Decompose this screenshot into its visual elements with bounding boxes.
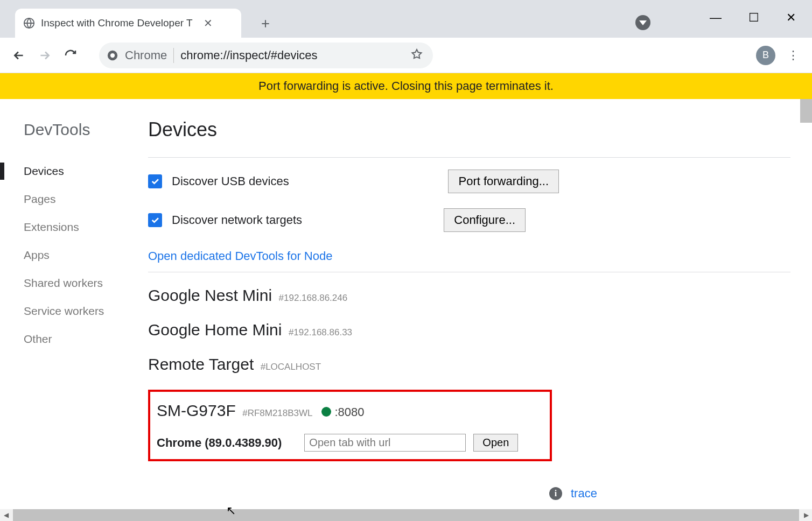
- page-content: DevTools Devices Pages Extensions Apps S…: [0, 99, 812, 509]
- device-name: Google Home Mini: [148, 321, 282, 339]
- tab-close-icon[interactable]: ✕: [204, 17, 213, 30]
- globe-icon: [23, 17, 36, 30]
- chrome-menu-icon[interactable]: ⋮: [785, 48, 801, 62]
- profile-avatar[interactable]: B: [756, 46, 775, 65]
- forward-button[interactable]: [37, 47, 53, 64]
- info-icon[interactable]: i: [549, 487, 562, 500]
- device-tag: #192.168.86.33: [289, 327, 352, 337]
- sidebar-item-other[interactable]: Other: [24, 325, 148, 353]
- vertical-scrollbar-thumb[interactable]: [800, 99, 812, 123]
- open-tab-url-input[interactable]: [304, 434, 466, 452]
- minimize-icon[interactable]: —: [710, 11, 722, 25]
- sidebar-item-apps[interactable]: Apps: [24, 241, 148, 269]
- target-port: :8080: [334, 405, 364, 419]
- browser-tab[interactable]: Inspect with Chrome Developer T ✕: [15, 9, 241, 38]
- sidebar: DevTools Devices Pages Extensions Apps S…: [0, 99, 148, 509]
- device-name: Remote Target: [148, 355, 254, 373]
- chrome-icon: [107, 50, 118, 61]
- reload-button[interactable]: [62, 47, 79, 64]
- banner-text: Port forwarding is active. Closing this …: [258, 79, 554, 93]
- omnibox-separator: [173, 48, 174, 63]
- address-bar[interactable]: Chrome chrome://inspect/#devices: [99, 43, 433, 68]
- sidebar-item-shared-workers[interactable]: Shared workers: [24, 269, 148, 297]
- scroll-left-icon[interactable]: ◀: [0, 511, 12, 519]
- back-button[interactable]: [11, 47, 27, 64]
- target-device-row: SM-G973F #RF8M218B3WL :8080: [157, 402, 543, 420]
- device-row: Remote Target #LOCALHOST: [148, 355, 790, 374]
- sidebar-title: DevTools: [24, 121, 148, 139]
- discover-network-label: Discover network targets: [172, 213, 302, 227]
- discover-network-row: Discover network targets Configure...: [148, 208, 790, 232]
- browser-toolbar: Chrome chrome://inspect/#devices B ⋮: [0, 38, 812, 73]
- target-browser-label: Chrome (89.0.4389.90): [157, 436, 282, 450]
- target-device-tag: #RF8M218B3WL: [242, 408, 312, 418]
- search-tabs-button[interactable]: [635, 15, 650, 30]
- device-name: Google Nest Mini: [148, 286, 272, 304]
- browser-titlebar: Inspect with Chrome Developer T ✕ — ☐ ✕: [0, 0, 812, 38]
- tab-title: Inspect with Chrome Developer T: [41, 17, 193, 29]
- sidebar-item-pages[interactable]: Pages: [24, 185, 148, 213]
- discover-usb-checkbox[interactable]: [148, 174, 162, 188]
- configure-button[interactable]: Configure...: [444, 208, 526, 232]
- window-controls: — ☐ ✕: [710, 0, 812, 25]
- trace-link[interactable]: trace: [571, 487, 597, 501]
- sidebar-item-devices[interactable]: Devices: [24, 157, 148, 185]
- port-forwarding-button[interactable]: Port forwarding...: [448, 170, 559, 193]
- omnibox-url: chrome://inspect/#devices: [180, 48, 317, 62]
- bookmark-star-icon[interactable]: [410, 48, 423, 63]
- discover-usb-row: Discover USB devices Port forwarding...: [148, 170, 790, 193]
- scroll-right-icon[interactable]: ▶: [800, 511, 812, 519]
- port-status-dot-icon: [321, 407, 331, 417]
- target-device-name: SM-G973F: [157, 402, 236, 419]
- new-tab-button[interactable]: [255, 13, 276, 34]
- device-tag: #LOCALHOST: [261, 362, 321, 372]
- omnibox-scheme: Chrome: [125, 48, 167, 62]
- discover-network-checkbox[interactable]: [148, 213, 162, 227]
- open-tab-button[interactable]: Open: [473, 434, 518, 452]
- page-title: Devices: [148, 118, 790, 141]
- sidebar-item-extensions[interactable]: Extensions: [24, 213, 148, 241]
- settings-section: Discover USB devices Port forwarding... …: [148, 157, 790, 272]
- device-row: Google Nest Mini #192.168.86.246: [148, 286, 790, 305]
- profile-initial: B: [762, 50, 769, 61]
- remote-target-highlight: SM-G973F #RF8M218B3WL :8080 Chrome (89.0…: [148, 390, 552, 461]
- target-browser-row: Chrome (89.0.4389.90) Open: [157, 434, 543, 452]
- devices-list: Google Nest Mini #192.168.86.246 Google …: [148, 272, 790, 461]
- svg-point-2: [110, 53, 115, 57]
- sidebar-item-service-workers[interactable]: Service workers: [24, 297, 148, 325]
- device-row: Google Home Mini #192.168.86.33: [148, 321, 790, 339]
- trace-row: i trace: [549, 487, 597, 501]
- port-forwarding-banner: Port forwarding is active. Closing this …: [0, 73, 812, 99]
- open-devtools-node-link[interactable]: Open dedicated DevTools for Node: [148, 249, 332, 263]
- close-window-icon[interactable]: ✕: [786, 11, 796, 25]
- maximize-icon[interactable]: ☐: [748, 11, 759, 25]
- main-panel: Devices Discover USB devices Port forwar…: [148, 99, 812, 509]
- horizontal-scrollbar[interactable]: ◀ ▶: [0, 509, 812, 521]
- discover-usb-label: Discover USB devices: [172, 174, 289, 188]
- device-tag: #192.168.86.246: [279, 293, 348, 303]
- scrollbar-thumb[interactable]: [13, 509, 799, 521]
